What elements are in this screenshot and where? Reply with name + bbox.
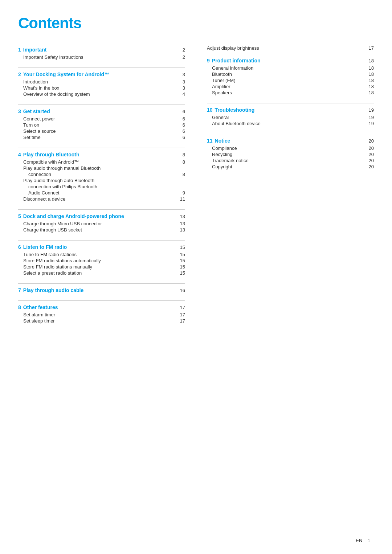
section-s2: 2Your Docking System for Android™3Introd… xyxy=(18,67,185,97)
sub-item: Important Safety Instructions2 xyxy=(18,54,185,60)
sub-item-page: 11 xyxy=(174,196,185,202)
sub-item: What's in the box3 xyxy=(18,85,185,91)
page-title: Contents xyxy=(18,15,374,32)
sub-item: Play audio through auto Bluetooth xyxy=(18,177,185,184)
section-title-text-s1: Important xyxy=(23,47,47,53)
sub-item: Store FM radio stations automatically15 xyxy=(18,258,185,264)
section-header-s1: 1Important2 xyxy=(18,47,185,53)
right-sub-item-label: Trademark notice xyxy=(212,158,363,163)
section-page-s8: 17 xyxy=(180,305,185,310)
right-sub-item-label: Speakers xyxy=(212,90,363,95)
section-num-s3: 3 xyxy=(18,108,21,114)
right-sub-item: Speakers18 xyxy=(207,90,374,96)
section-s7: 7Play through audio cable16 xyxy=(18,283,185,293)
right-section-num-rs10: 10 xyxy=(207,107,213,113)
section-title-s3: 3Get started xyxy=(18,108,50,114)
section-s3: 3Get started6Connect power6Turn on6Selec… xyxy=(18,104,185,140)
section-header-s6: 6Listen to FM radio15 xyxy=(18,244,185,250)
sub-item-label: Tune to FM radio stations xyxy=(23,252,174,257)
sub-item-label: Charge through USB socket xyxy=(23,227,174,233)
footer-page: 1 xyxy=(368,538,370,543)
sub-item-label: Store FM radio stations manually xyxy=(23,264,174,270)
right-section-title-rs11: 11Notice xyxy=(207,138,230,144)
sub-item: Set sleep timer17 xyxy=(18,318,185,324)
sub-item-page: 15 xyxy=(174,252,185,257)
sub-item: Set alarm timer17 xyxy=(18,312,185,318)
sub-item-page: 6 xyxy=(174,128,185,134)
section-title-s7: 7Play through audio cable xyxy=(18,287,83,293)
sub-item-label: connection with Philips Bluetooth xyxy=(28,184,174,189)
sub-item-page: 6 xyxy=(174,135,185,140)
sub-item-page: 17 xyxy=(174,318,185,324)
sub-item: Select a preset radio station15 xyxy=(18,270,185,276)
sub-item-label: Select a source xyxy=(23,128,174,134)
sub-item-label: Compatible with Android™ xyxy=(23,159,174,165)
sub-item-label: Set time xyxy=(23,135,174,140)
right-sub-item-page: 18 xyxy=(363,90,374,95)
right-section-header-rs9: 9Product information18 xyxy=(207,58,374,63)
section-title-text-s4: Play through Bluetooth xyxy=(23,152,79,157)
right-sub-item-page: 18 xyxy=(363,84,374,89)
right-sub-item: Compliance20 xyxy=(207,145,374,151)
right-sub-item: Amplifier18 xyxy=(207,83,374,90)
sub-item-label: Set alarm timer xyxy=(23,312,174,317)
section-page-s3: 6 xyxy=(183,109,185,114)
right-sub-item: Recycling20 xyxy=(207,151,374,157)
section-num-s5: 5 xyxy=(18,213,21,219)
sub-item-page: 15 xyxy=(174,258,185,263)
section-s6: 6Listen to FM radio15Tune to FM radio st… xyxy=(18,240,185,276)
sub-item: Store FM radio stations manually15 xyxy=(18,264,185,270)
title-accent: C xyxy=(18,15,29,32)
section-num-s7: 7 xyxy=(18,287,21,293)
sub-item: Turn on6 xyxy=(18,122,185,128)
section-header-s2: 2Your Docking System for Android™3 xyxy=(18,71,185,77)
section-num-s1: 1 xyxy=(18,47,21,53)
right-sub-item: Tuner (FM)18 xyxy=(207,77,374,83)
right-sub-item-label: Copyright xyxy=(212,164,363,169)
sub-item-label: Play audio through auto Bluetooth xyxy=(23,178,174,183)
right-sub-item-label: Bluetooth xyxy=(212,71,363,77)
sub-item-page: 8 xyxy=(174,172,185,177)
section-title-text-s6: Listen to FM radio xyxy=(23,244,67,250)
section-title-text-s3: Get started xyxy=(23,108,50,114)
right-top-item: Adjust display brightness17 xyxy=(207,43,374,52)
right-section-title-rs10: 10Troubleshooting xyxy=(207,107,254,113)
sub-item-label: Store FM radio stations automatically xyxy=(23,258,174,263)
sub-item: Introduction3 xyxy=(18,79,185,85)
sub-item-page: 8 xyxy=(174,159,185,165)
right-sub-item: General19 xyxy=(207,114,374,120)
right-section-page-rs10: 19 xyxy=(369,107,374,113)
right-column: Adjust display brightness179Product info… xyxy=(207,43,374,331)
sub-item-page: 15 xyxy=(174,264,185,270)
section-page-s2: 3 xyxy=(183,72,185,77)
right-section-title-rs9: 9Product information xyxy=(207,58,261,63)
right-sub-item-label: Tuner (FM) xyxy=(212,78,363,83)
section-title-text-s5: Dock and charge Android-powered phone xyxy=(23,213,124,219)
right-sub-item-label: Compliance xyxy=(212,145,363,151)
section-title-s6: 6Listen to FM radio xyxy=(18,244,67,250)
right-section-page-rs9: 18 xyxy=(369,58,374,63)
right-top-page: 17 xyxy=(369,45,374,51)
sub-item-label: Turn on xyxy=(23,122,174,128)
section-title-s1: 1Important xyxy=(18,47,46,53)
sub-item-page: 6 xyxy=(174,122,185,128)
sub-item-page: 13 xyxy=(174,221,185,226)
right-sub-item-page: 20 xyxy=(363,164,374,169)
sub-item-page: 15 xyxy=(174,270,185,276)
sub-item: Charge through Micro USB connector13 xyxy=(18,221,185,227)
sub-item-label: Select a preset radio station xyxy=(23,270,174,276)
section-header-s3: 3Get started6 xyxy=(18,108,185,114)
right-section-rs10: 10Troubleshooting19General19About Blueto… xyxy=(207,103,374,127)
sub-item: Audio Connect9 xyxy=(18,190,185,196)
section-s1: 1Important2Important Safety Instructions… xyxy=(18,43,185,60)
right-sub-item-page: 19 xyxy=(363,121,374,126)
sub-item-label: Set sleep timer xyxy=(23,318,174,324)
right-section-title-text-rs9: Product information xyxy=(212,58,261,63)
sub-item-page: 4 xyxy=(174,91,185,97)
sub-item-page: 13 xyxy=(174,227,185,233)
section-header-s5: 5Dock and charge Android-powered phone13 xyxy=(18,213,185,219)
section-title-s8: 8Other features xyxy=(18,304,58,310)
section-page-s6: 15 xyxy=(180,245,185,250)
sub-item: connection8 xyxy=(18,171,185,177)
sub-item-label: Audio Connect xyxy=(28,190,174,196)
